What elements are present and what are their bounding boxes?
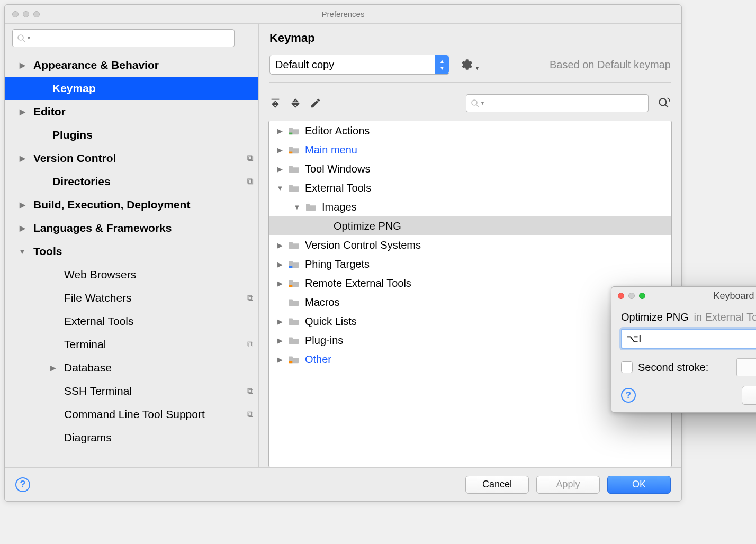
sidebar-item-label: Directories (52, 175, 111, 188)
sidebar-item[interactable]: ▶Appearance & Behavior (5, 53, 258, 77)
ok-button[interactable]: OK (607, 476, 671, 494)
help-icon[interactable]: ? (15, 477, 30, 492)
sidebar-item-label: Editor (33, 105, 66, 118)
folder-icon (288, 240, 300, 250)
second-stroke-label: Second stroke: (638, 361, 708, 374)
second-stroke-checkbox[interactable] (621, 361, 633, 373)
shortcut-input[interactable]: ⌥I (621, 329, 756, 349)
search-icon (17, 34, 25, 42)
sidebar-item[interactable]: ▶Database (5, 356, 258, 379)
cancel-button[interactable]: Cancel (465, 476, 529, 494)
sidebar-item[interactable]: ▶Editor (5, 100, 258, 123)
second-stroke-input[interactable] (736, 358, 756, 376)
minimize-window-icon[interactable] (23, 11, 29, 17)
sidebar-item[interactable]: ▶Build, Execution, Deployment (5, 193, 258, 216)
expand-arrow-icon[interactable]: ▶ (275, 260, 285, 268)
sidebar-item[interactable]: Directories⧉ (5, 170, 258, 193)
keymap-row: Default copy ▲▼ ▼ Based on Default keyma… (259, 45, 681, 82)
keymap-item-label: Main menu (305, 144, 357, 156)
main-title: Keymap (259, 24, 681, 45)
svg-rect-5 (289, 133, 292, 135)
sidebar-item[interactable]: File Watchers⧉ (5, 286, 258, 310)
expand-arrow-icon[interactable]: ▶ (275, 146, 285, 154)
sidebar-item[interactable]: Terminal⧉ (5, 333, 258, 356)
sidebar-item[interactable]: ▼Tools (5, 240, 258, 263)
svg-rect-8 (289, 285, 292, 287)
sidebar-item[interactable]: SSH Terminal⧉ (5, 379, 258, 403)
expand-arrow-icon[interactable]: ▶ (275, 241, 285, 249)
dialog-zoom-icon[interactable] (639, 293, 645, 299)
keymap-tree-item[interactable]: ▼External Tools (269, 178, 671, 197)
sidebar-item[interactable]: Command Line Tool Support⧉ (5, 403, 258, 426)
dialog-close-icon[interactable] (618, 293, 624, 299)
edit-pencil-icon[interactable] (310, 97, 321, 109)
sidebar-item[interactable]: Plugins (5, 123, 258, 147)
sidebar-item[interactable]: Web Browsers (5, 263, 258, 286)
search-dropdown-icon[interactable]: ▼ (26, 35, 31, 41)
sidebar-item-label: Database (64, 361, 112, 374)
apply-button[interactable]: Apply (536, 476, 600, 494)
folder-icon (288, 145, 300, 155)
search-dropdown-icon[interactable]: ▼ (480, 101, 485, 106)
based-on-label: Based on Default keymap (550, 59, 671, 71)
project-level-icon: ⧉ (247, 293, 253, 303)
expand-arrow-icon[interactable]: ▶ (16, 107, 28, 116)
expand-arrow-icon[interactable]: ▶ (16, 61, 28, 69)
dialog-minimize-icon (628, 293, 635, 299)
expand-arrow-icon[interactable]: ▶ (275, 165, 285, 173)
keymap-item-label: Phing Targets (305, 258, 370, 270)
keymap-item-label: Remote External Tools (305, 277, 411, 289)
find-by-shortcut-icon[interactable] (657, 96, 671, 110)
sidebar: ▼ ▶Appearance & BehaviorKeymap▶EditorPlu… (5, 24, 259, 467)
sidebar-item[interactable]: External Tools (5, 310, 258, 333)
expand-arrow-icon[interactable]: ▶ (275, 337, 285, 344)
expand-arrow-icon[interactable]: ▶ (275, 318, 285, 325)
folder-icon (305, 202, 317, 212)
expand-all-icon[interactable] (269, 97, 281, 109)
expand-arrow-icon[interactable]: ▶ (275, 356, 285, 364)
keymap-tree-item[interactable]: ▶Editor Actions (269, 121, 671, 140)
dialog-traffic-lights (618, 293, 645, 299)
keymap-tree-item[interactable]: ▶Version Control Systems (269, 235, 671, 255)
dialog-cancel-button[interactable]: Cancel (742, 386, 756, 405)
sidebar-item[interactable]: Keymap (5, 77, 258, 100)
expand-arrow-icon[interactable]: ▼ (292, 203, 302, 211)
keymap-select[interactable]: Default copy ▲▼ (269, 55, 449, 75)
expand-arrow-icon[interactable]: ▶ (275, 279, 285, 287)
collapse-all-icon[interactable] (290, 97, 301, 109)
expand-arrow-icon[interactable]: ▼ (275, 184, 285, 192)
gear-icon[interactable] (459, 58, 473, 71)
expand-arrow-icon[interactable]: ▼ (16, 247, 28, 256)
keymap-tree-item[interactable]: ▶Main menu (269, 140, 671, 159)
folder-icon (288, 183, 300, 193)
folder-icon (288, 164, 300, 174)
keymap-search-field[interactable]: ▼ (466, 94, 649, 112)
keymap-item-label: Macros (305, 296, 340, 309)
keyboard-shortcut-dialog: Keyboard Shortcut Optimize PNG in Extern… (611, 286, 756, 413)
keymap-tree-item[interactable]: ▶Phing Targets (269, 255, 671, 274)
zoom-window-icon[interactable] (33, 11, 40, 17)
sidebar-item-label: File Watchers (64, 292, 132, 304)
dialog-help-icon[interactable]: ? (621, 388, 636, 403)
svg-rect-6 (289, 152, 292, 154)
close-window-icon[interactable] (12, 11, 19, 17)
keymap-search-input[interactable] (487, 99, 644, 108)
keymap-tree-item[interactable]: ▶Tool Windows (269, 159, 671, 178)
sidebar-item[interactable]: ▶Languages & Frameworks (5, 216, 258, 240)
expand-arrow-icon[interactable]: ▶ (16, 201, 28, 209)
expand-arrow-icon[interactable]: ▶ (47, 364, 59, 372)
sidebar-item[interactable]: Diagrams (5, 426, 258, 449)
expand-arrow-icon[interactable]: ▶ (275, 127, 285, 135)
sidebar-search-field[interactable]: ▼ (12, 29, 235, 47)
expand-arrow-icon[interactable]: ▶ (16, 224, 28, 232)
sidebar-search-input[interactable] (33, 34, 230, 43)
keymap-tree-item[interactable]: Optimize PNG (269, 216, 671, 235)
keymap-item-label: Other (305, 353, 331, 366)
sidebar-item-label: Command Line Tool Support (64, 408, 205, 421)
keymap-tree-item[interactable]: ▼Images (269, 197, 671, 216)
dialog-titlebar: Keyboard Shortcut (611, 287, 756, 305)
sidebar-item[interactable]: ▶Version Control⧉ (5, 147, 258, 170)
expand-arrow-icon[interactable]: ▶ (16, 154, 28, 162)
project-level-icon: ⧉ (247, 177, 253, 186)
keymap-item-label: Editor Actions (305, 125, 370, 137)
